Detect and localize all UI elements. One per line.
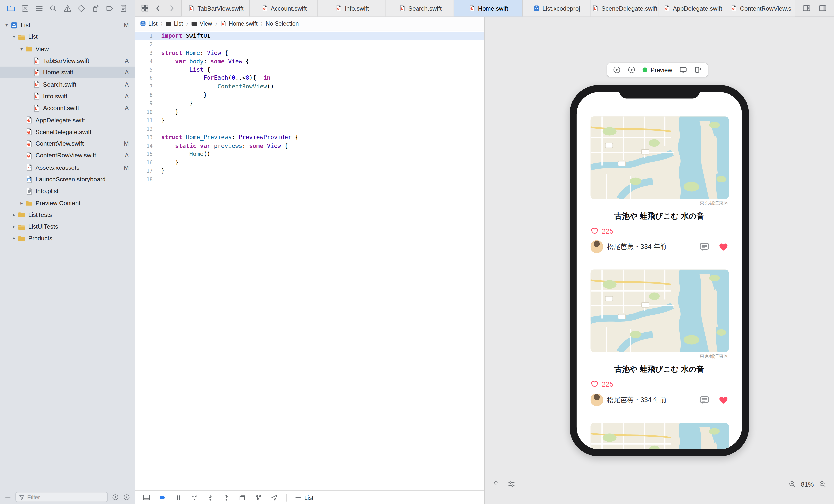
tree-item-listtests[interactable]: ▸ListTests xyxy=(0,209,134,221)
filter-field[interactable] xyxy=(15,492,108,502)
forward-button[interactable] xyxy=(168,4,175,12)
simulate-location-icon[interactable] xyxy=(270,494,278,502)
comment-button[interactable] xyxy=(699,241,710,253)
preview-settings-icon[interactable] xyxy=(507,480,515,488)
debug-navigator-icon[interactable] xyxy=(91,4,100,13)
tree-item-scenedelegate-swift[interactable]: SceneDelegate.swift xyxy=(0,126,134,138)
test-navigator-icon[interactable] xyxy=(77,4,85,13)
iphone-screen[interactable]: 東京都江東区古池や 蛙飛びこむ 水の音225松尾芭蕉・334 年前東京都江東区古… xyxy=(577,92,742,450)
tree-item-launchscreen-storyboard[interactable]: LaunchScreen.storyboard xyxy=(0,173,134,185)
jump-bar-item[interactable]: Home.swift xyxy=(220,20,258,26)
add-editor-icon[interactable] xyxy=(802,4,811,12)
back-button[interactable] xyxy=(154,4,162,12)
code-line: 18 xyxy=(135,175,484,184)
tab-search-swift[interactable]: Search.swift xyxy=(386,0,455,16)
issue-navigator-icon[interactable] xyxy=(63,4,71,13)
tree-item-account-swift[interactable]: Account.swiftA xyxy=(0,102,134,114)
report-navigator-icon[interactable] xyxy=(119,4,128,13)
source-control-navigator-icon[interactable] xyxy=(21,4,29,13)
code-token: View xyxy=(267,142,281,149)
disclosure-closed-icon[interactable]: ▸ xyxy=(11,212,18,217)
code-token: SwiftUI xyxy=(182,32,211,40)
preview-inspect-icon[interactable] xyxy=(628,66,636,74)
tree-item-contentview-swift[interactable]: ContentView.swiftM xyxy=(0,138,134,150)
storyboard-icon xyxy=(25,175,33,183)
find-navigator-icon[interactable] xyxy=(49,4,57,13)
tree-item-label: ListUITests xyxy=(28,223,58,230)
duplicate-preview-icon[interactable] xyxy=(694,66,702,74)
code-token: { xyxy=(291,134,298,141)
symbol-navigator-icon[interactable] xyxy=(35,4,43,13)
tab-list-xcodeproj[interactable]: List.xcodeproj xyxy=(523,0,591,16)
debug-bar: List xyxy=(135,490,484,504)
tree-item-info-swift[interactable]: Info.swiftA xyxy=(0,90,134,102)
tree-item-info-plist[interactable]: Info.plist xyxy=(0,185,134,197)
jump-bar-item[interactable]: View xyxy=(191,20,212,26)
disclosure-open-icon[interactable]: ▾ xyxy=(11,34,18,40)
step-over-icon[interactable] xyxy=(190,494,198,502)
comment-button[interactable] xyxy=(699,394,710,406)
tree-item-list[interactable]: ▾ListM xyxy=(0,19,134,31)
tree-item-tabbarview-swift[interactable]: TabBarView.swiftA xyxy=(0,54,134,66)
tab-account-swift[interactable]: Account.swift xyxy=(250,0,318,16)
tree-item-appdelegate-swift[interactable]: AppDelegate.swift xyxy=(0,114,134,126)
disclosure-closed-icon[interactable]: ▸ xyxy=(11,224,18,229)
tree-item-home-swift[interactable]: Home.swiftA xyxy=(0,66,134,79)
like-button[interactable] xyxy=(718,241,728,252)
step-into-icon[interactable] xyxy=(206,494,214,502)
tree-item-preview-content[interactable]: ▸Preview Content xyxy=(0,197,134,209)
tree-item-list[interactable]: ▾List xyxy=(0,31,134,43)
zoom-in-icon[interactable] xyxy=(819,480,827,488)
tab-contentrowview-s[interactable]: ContentRowView.s xyxy=(727,0,795,16)
jump-bar[interactable]: List〉List〉View〉Home.swift〉No Selection xyxy=(135,17,484,30)
swift-icon xyxy=(32,81,41,88)
jump-bar-item[interactable]: No Selection xyxy=(266,20,299,26)
related-items-grid-icon[interactable] xyxy=(141,4,149,12)
tab-info-swift[interactable]: Info.swift xyxy=(318,0,387,16)
preview-on-device-icon[interactable] xyxy=(679,66,687,74)
pause-icon[interactable] xyxy=(175,494,182,502)
memory-graph-icon[interactable] xyxy=(254,494,262,502)
preview-card: 東京都江東区古池や 蛙飛びこむ 水の音225松尾芭蕉・334 年前 xyxy=(590,269,728,406)
like-button[interactable] xyxy=(718,395,728,405)
tree-item-assets-xcassets[interactable]: Assets.xcassetsM xyxy=(0,161,134,173)
tab-tabbarview-swift[interactable]: TabBarView.swift xyxy=(181,0,250,16)
line-number: 2 xyxy=(135,41,153,49)
pin-preview-icon[interactable] xyxy=(492,480,500,488)
process-item[interactable]: List xyxy=(294,494,313,501)
disclosure-open-icon[interactable]: ▾ xyxy=(18,46,25,51)
tree-item-products[interactable]: ▸Products xyxy=(0,233,134,244)
tab-scenedelegate-swift[interactable]: SceneDelegate.swift xyxy=(591,0,659,16)
tree-item-listuitests[interactable]: ▸ListUITests xyxy=(0,221,134,233)
tree-item-search-swift[interactable]: Search.swiftA xyxy=(0,79,134,90)
tree-item-label: Assets.xcassets xyxy=(36,164,80,171)
tree-item-contentrowview-swift[interactable]: ContentRowView.swiftA xyxy=(0,150,134,161)
swift-icon xyxy=(261,5,268,12)
live-preview-play-icon[interactable] xyxy=(613,66,621,74)
project-navigator-icon[interactable] xyxy=(7,4,15,13)
jump-bar-item[interactable]: List xyxy=(166,20,183,26)
zoom-out-icon[interactable] xyxy=(788,480,796,488)
scm-status-icon[interactable] xyxy=(123,493,130,501)
editor-layout-icon[interactable] xyxy=(818,4,827,12)
breakpoint-navigator-icon[interactable] xyxy=(105,4,113,13)
hide-debug-area-icon[interactable] xyxy=(142,494,150,502)
code-text: } xyxy=(153,116,164,125)
tab-home-swift[interactable]: Home.swift xyxy=(455,0,523,16)
tab-appdelegate-swift[interactable]: AppDelegate.swift xyxy=(659,0,727,16)
disclosure-closed-icon[interactable]: ▸ xyxy=(18,200,25,205)
code-editor[interactable]: 1import SwiftUI23struct Home: View {4 va… xyxy=(135,30,484,490)
line-number: 17 xyxy=(135,167,153,175)
breakpoints-toggle-icon[interactable] xyxy=(159,494,167,502)
add-file-button[interactable] xyxy=(4,493,12,501)
jump-bar-separator: 〉 xyxy=(216,21,217,26)
disclosure-closed-icon[interactable]: ▸ xyxy=(11,236,18,241)
view-debugger-icon[interactable] xyxy=(238,494,246,502)
recent-files-icon[interactable] xyxy=(112,493,119,501)
tab-label: TabBarView.swift xyxy=(197,5,243,12)
tree-item-view[interactable]: ▾View xyxy=(0,43,134,55)
filter-input[interactable] xyxy=(27,494,105,500)
jump-bar-item[interactable]: List xyxy=(140,20,158,26)
step-out-icon[interactable] xyxy=(222,494,231,502)
disclosure-open-icon[interactable]: ▾ xyxy=(3,22,10,27)
